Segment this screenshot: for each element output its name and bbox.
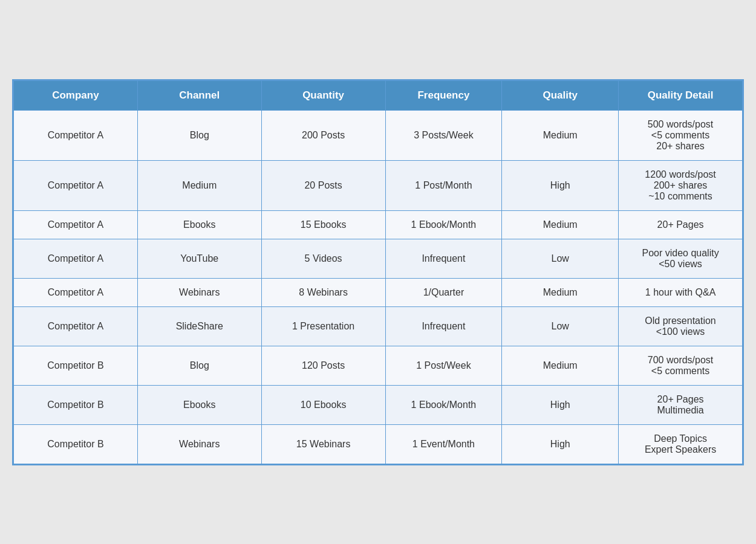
cell-quality_detail: Old presentation<100 views [619,306,743,346]
cell-company: Competitor A [14,160,138,210]
cell-quality: Medium [502,210,619,239]
header-quality: Quality [502,80,619,110]
table-row: Competitor BBlog120 Posts1 Post/WeekMedi… [14,346,743,385]
cell-quantity: 120 Posts [261,346,385,385]
table-row: Competitor ASlideShare1 PresentationInfr… [14,306,743,346]
cell-frequency: 1/Quarter [385,278,502,306]
table-row: Competitor ABlog200 Posts3 Posts/WeekMed… [14,110,743,160]
cell-frequency: 3 Posts/Week [385,110,502,160]
cell-quality_detail: Deep TopicsExpert Speakers [619,424,743,464]
cell-company: Competitor B [14,424,138,464]
header-company: Company [14,80,138,110]
cell-channel: Blog [137,110,261,160]
cell-frequency: 1 Ebook/Month [385,385,502,424]
table-row: Competitor BWebinars15 Webinars1 Event/M… [14,424,743,464]
cell-company: Competitor B [14,346,138,385]
cell-quantity: 200 Posts [261,110,385,160]
cell-quality: Low [502,306,619,346]
cell-frequency: Infrequent [385,306,502,346]
cell-channel: Webinars [137,278,261,306]
cell-company: Competitor B [14,385,138,424]
cell-channel: YouTube [137,239,261,278]
cell-channel: Medium [137,160,261,210]
cell-quality_detail: 1 hour with Q&A [619,278,743,306]
cell-quality: Medium [502,278,619,306]
cell-quality: Medium [502,346,619,385]
cell-quantity: 15 Ebooks [261,210,385,239]
cell-quantity: 8 Webinars [261,278,385,306]
cell-quality_detail: 1200 words/post200+ shares~10 comments [619,160,743,210]
header-row: Company Channel Quantity Frequency Quali… [14,80,743,110]
cell-frequency: 1 Event/Month [385,424,502,464]
header-quality-detail: Quality Detail [619,80,743,110]
cell-quantity: 20 Posts [261,160,385,210]
table-row: Competitor AYouTube5 VideosInfrequentLow… [14,239,743,278]
cell-quality_detail: 500 words/post<5 comments20+ shares [619,110,743,160]
cell-frequency: Infrequent [385,239,502,278]
cell-quality: High [502,385,619,424]
table-row: Competitor BEbooks10 Ebooks1 Ebook/Month… [14,385,743,424]
cell-channel: Blog [137,346,261,385]
cell-channel: SlideShare [137,306,261,346]
table-row: Competitor AEbooks15 Ebooks1 Ebook/Month… [14,210,743,239]
header-frequency: Frequency [385,80,502,110]
cell-quality_detail: Poor video quality<50 views [619,239,743,278]
cell-channel: Ebooks [137,385,261,424]
table-row: Competitor AMedium20 Posts1 Post/MonthHi… [14,160,743,210]
cell-quality_detail: 700 words/post<5 comments [619,346,743,385]
cell-company: Competitor A [14,210,138,239]
cell-quantity: 5 Videos [261,239,385,278]
cell-company: Competitor A [14,278,138,306]
cell-channel: Webinars [137,424,261,464]
cell-quality: High [502,424,619,464]
cell-quantity: 10 Ebooks [261,385,385,424]
cell-frequency: 1 Post/Month [385,160,502,210]
cell-company: Competitor A [14,110,138,160]
cell-quality: Low [502,239,619,278]
cell-quantity: 15 Webinars [261,424,385,464]
cell-company: Competitor A [14,306,138,346]
cell-frequency: 1 Ebook/Month [385,210,502,239]
table-row: Competitor AWebinars8 Webinars1/QuarterM… [14,278,743,306]
cell-quality: High [502,160,619,210]
competitor-table: Company Channel Quantity Frequency Quali… [12,79,744,465]
header-quantity: Quantity [261,80,385,110]
cell-quality_detail: 20+ PagesMultimedia [619,385,743,424]
cell-company: Competitor A [14,239,138,278]
header-channel: Channel [137,80,261,110]
cell-quantity: 1 Presentation [261,306,385,346]
cell-channel: Ebooks [137,210,261,239]
cell-quality: Medium [502,110,619,160]
cell-quality_detail: 20+ Pages [619,210,743,239]
cell-frequency: 1 Post/Week [385,346,502,385]
